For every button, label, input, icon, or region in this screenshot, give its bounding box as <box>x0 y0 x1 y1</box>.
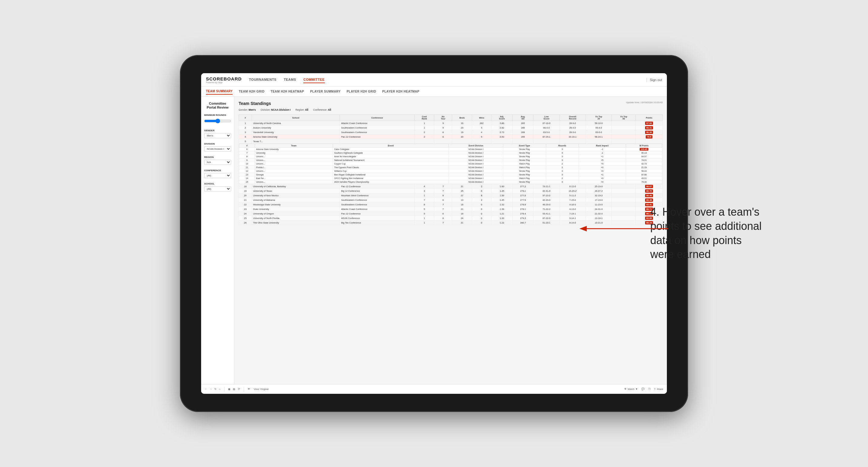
low-score-cell: 86-4-0 <box>533 126 559 130</box>
sign-out-button[interactable]: Sign out <box>650 78 662 82</box>
tt-event: OFCC Fighting Illini Invitational <box>333 177 448 180</box>
tours-cell: 6 <box>434 211 452 216</box>
gender-filter-label: Gender: Men's <box>239 108 256 111</box>
toolbar-divider-2 <box>244 387 244 392</box>
tt-event-type: Stroke Play <box>503 169 546 173</box>
bnds-cell: 25 <box>452 189 472 193</box>
tt-event: Ben Hogan Collegiate Invitational <box>333 173 448 177</box>
subnav-team-summary[interactable]: TEAM SUMMARY <box>206 88 232 95</box>
tt-rank: 15 <box>239 180 255 184</box>
nav-teams[interactable]: TEAMS <box>284 76 296 83</box>
subnav-player-h2h-grid[interactable]: PLAYER H2H GRID <box>347 89 376 94</box>
points-cell[interactable]: 88.70 <box>636 189 663 193</box>
rank-cell: 21 <box>239 198 252 203</box>
table-row-highlighted: 4 Arizona State University Pac-12 Confer… <box>239 134 663 139</box>
conf-rank-cell: 5 <box>415 211 434 216</box>
school-cell: Arizona State University <box>252 134 340 139</box>
tt-rank: 10 <box>239 162 255 166</box>
subnav-player-h2h-heatmap[interactable]: PLAYER H2H HEATMAP <box>382 89 420 94</box>
school-cell: University of North Florida <box>252 216 340 220</box>
division-filter-label: Division: NCAA Division I <box>261 108 291 111</box>
bnds-cell: 21 <box>452 184 472 189</box>
conference-cell: Southeastern Conference <box>340 203 414 207</box>
conference-cell: Atlantic Coast Conference <box>340 121 414 126</box>
gender-select[interactable]: Men's <box>204 133 231 138</box>
toolbar-forward-btn[interactable]: → <box>210 388 212 391</box>
col-adj-score: Adj.Score <box>491 115 513 121</box>
toolbar-back-btn[interactable]: ← <box>205 388 207 391</box>
conf-rank-cell: 3 <box>415 189 434 193</box>
tt-col-rank-impact: Rank Impact <box>579 144 626 148</box>
conf-rank-cell: 7 <box>415 198 434 203</box>
filter-gender: Gender Men's <box>204 129 231 138</box>
toolbar-refresh-btn[interactable]: ↻ <box>214 388 217 391</box>
tooltip-row: 8 Univers... Amer Ari Intercollegiate NC… <box>239 155 662 158</box>
division-select[interactable]: NCAA Division I <box>204 146 231 152</box>
avg-sg-cell: 278.4 <box>513 211 533 216</box>
tt-rank-impact: +1 <box>579 173 626 177</box>
toolbar-paste-btn[interactable]: ▧ <box>233 388 235 391</box>
subnav-player-summary[interactable]: PLAYER SUMMARY <box>310 89 341 94</box>
vs50-cell <box>612 126 636 130</box>
tt-event-type: Stroke Play <box>503 155 546 158</box>
tt-col-event-div: Event Division <box>449 144 503 148</box>
vs25-cell: 65-5-0 <box>586 130 612 134</box>
vs25-cell: 58-24-1 <box>586 134 612 139</box>
col-school: School <box>252 115 340 121</box>
toolbar-home-btn[interactable]: ⌂ <box>219 388 220 391</box>
toolbar-copy-btn[interactable]: ▦ <box>228 388 230 391</box>
bottom-toolbar: ← → ↻ ⌂ ▦ ▧ ⏱ 👁 View: Original 👁 Watch ▼… <box>201 384 667 394</box>
filter-conference-label: Conference <box>204 169 231 172</box>
bnds-cell: 23 <box>452 126 472 130</box>
nav-tournaments[interactable]: TOURNAMENTS <box>249 76 276 83</box>
points-cell[interactable]: 88.48 <box>636 198 663 203</box>
subnav-team-h2h-grid[interactable]: TEAM H2H GRID <box>239 89 264 94</box>
conference-select[interactable]: (All) <box>204 173 231 178</box>
points-cell[interactable]: 88.07 <box>636 184 663 189</box>
overall-cell: 29-4-0 <box>559 126 586 130</box>
nav-committee[interactable]: COMMITTEE <box>303 76 325 83</box>
toolbar-clock-btn[interactable]: ⏱ <box>238 388 240 391</box>
tt-w-points: 84.97 <box>626 155 662 158</box>
tt-rank: 7 <box>239 151 255 155</box>
standings-table: # School Conference ConfRank NoTour Bnds… <box>239 114 663 225</box>
school-cell: University of Oregon <box>252 211 340 216</box>
subnav-team-h2h-heatmap[interactable]: TEAM H2H HEATMAP <box>271 89 304 94</box>
avg-sg-cell: 278.1 <box>513 207 533 211</box>
overall-cell <box>559 139 586 144</box>
bnds-cell: 19 <box>452 130 472 134</box>
overall-cell: 4-13-0 <box>559 207 586 211</box>
expand-btn[interactable]: ❐ <box>648 388 650 391</box>
conf-rank-cell: 5 <box>415 207 434 211</box>
wins-cell: 0 <box>472 211 492 216</box>
points-cell[interactable] <box>636 139 663 144</box>
vs25-cell: 17-19-0 <box>586 198 612 203</box>
col-bnds: Bnds <box>452 115 472 121</box>
adj-score-cell: 1.32 <box>491 203 513 207</box>
logo-area: SCOREBOARD Powered by clippi <box>206 76 242 84</box>
tt-rank-impact: +1 <box>579 155 626 158</box>
vs25-cell: 50-10-0 <box>586 121 612 126</box>
conference-cell <box>340 139 414 144</box>
points-cell[interactable]: 79.5 <box>636 134 663 139</box>
points-cell[interactable]: 93.31 <box>636 126 663 130</box>
min-rounds-slider[interactable] <box>204 118 231 124</box>
view-original-btn[interactable]: View: Original <box>254 388 269 391</box>
points-cell[interactable]: 88.49 <box>636 193 663 198</box>
region-select[interactable]: N/A <box>204 160 231 165</box>
conference-cell: Pac-12 Conference <box>340 211 414 216</box>
tt-rank: 11 <box>239 166 255 169</box>
low-score-cell: 87-25-1 <box>533 134 559 139</box>
points-cell[interactable]: 97.02 <box>636 121 663 126</box>
watch-btn[interactable]: 👁 Watch ▼ <box>624 388 638 391</box>
col-points: Points <box>636 115 663 121</box>
col-low-score: LowScore <box>533 115 559 121</box>
filter-school: School (All) <box>204 182 231 191</box>
points-cell[interactable]: 90.30 <box>636 130 663 134</box>
share-btn[interactable]: ⇧ Share <box>654 388 663 391</box>
tt-event: Cabo Collegiate <box>333 148 448 151</box>
comment-btn[interactable]: 💬 <box>642 388 645 391</box>
school-select[interactable]: (All) <box>204 186 231 191</box>
avg-sg-cell: 278.1 <box>513 189 533 193</box>
table-row: 2 Auburn University Southeastern Confere… <box>239 126 663 130</box>
